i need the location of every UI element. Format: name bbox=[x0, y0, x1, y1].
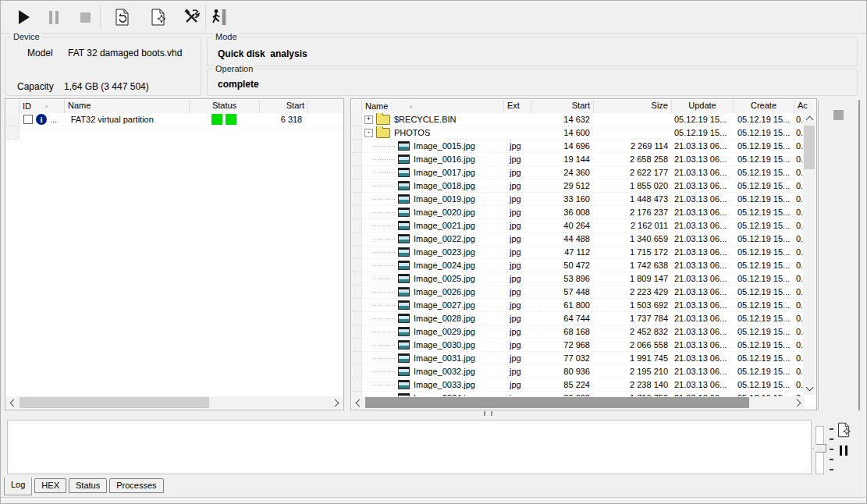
scroll-down-button[interactable] bbox=[803, 382, 815, 395]
row-selector[interactable] bbox=[352, 286, 362, 299]
file-row[interactable]: +$RECYCLE.BIN14 63205.12.19 15...05.12.1… bbox=[352, 113, 805, 126]
start-button[interactable] bbox=[13, 6, 35, 28]
file-row[interactable]: Image_0022.jpgjpg44 4881 340 65921.03.13… bbox=[352, 232, 805, 246]
file-row[interactable]: Image_0024.jpgjpg50 4721 742 63821.03.13… bbox=[352, 259, 805, 272]
file-row[interactable]: -PHOTOS14 60005.12.19 15...05.12.19 15..… bbox=[352, 126, 805, 140]
file-name-cell: Image_0033.jpg bbox=[362, 378, 504, 392]
row-selector[interactable] bbox=[6, 126, 20, 140]
row-selector[interactable] bbox=[352, 179, 362, 193]
tree-connector-line bbox=[373, 279, 396, 279]
partition-row[interactable]: i...FAT32 virtual partition6 318 bbox=[6, 113, 343, 126]
row-selector[interactable] bbox=[352, 312, 362, 325]
row-selector[interactable] bbox=[352, 325, 362, 339]
file-row[interactable]: Image_0015.jpgjpg14 6962 269 11421.03.13… bbox=[352, 140, 805, 153]
log-pause-button[interactable] bbox=[838, 445, 849, 457]
file-row[interactable]: Image_0021.jpgjpg40 2642 162 01121.03.13… bbox=[352, 219, 805, 232]
row-selector[interactable] bbox=[352, 299, 362, 312]
scrollbar-thumb[interactable] bbox=[365, 397, 749, 408]
column-header-start[interactable]: Start bbox=[260, 100, 308, 113]
row-selector[interactable] bbox=[352, 259, 362, 272]
new-scan-button[interactable] bbox=[147, 6, 169, 28]
rescan-document-button[interactable] bbox=[112, 6, 133, 28]
tree-expander[interactable]: - bbox=[364, 129, 373, 137]
file-row[interactable]: Image_0028.jpgjpg64 7441 737 78421.03.13… bbox=[352, 312, 805, 325]
row-selector[interactable] bbox=[6, 113, 20, 126]
file-row[interactable]: Image_0030.jpgjpg72 9682 066 55821.03.13… bbox=[352, 339, 805, 352]
row-selector[interactable] bbox=[352, 232, 362, 246]
tree-expander[interactable]: + bbox=[364, 115, 373, 124]
log-output[interactable] bbox=[7, 420, 812, 474]
splitter-grip[interactable] bbox=[484, 411, 492, 416]
file-size: 1 742 638 bbox=[594, 259, 672, 272]
file-row[interactable]: Image_0029.jpgjpg68 1682 452 83221.03.13… bbox=[352, 325, 805, 339]
row-selector[interactable] bbox=[352, 219, 362, 232]
column-header-status[interactable]: Status bbox=[190, 100, 260, 113]
row-selector[interactable] bbox=[352, 113, 362, 126]
exit-button[interactable] bbox=[208, 6, 230, 28]
row-selector[interactable] bbox=[352, 153, 362, 166]
file-row[interactable]: Image_0020.jpgjpg36 0082 176 23721.03.13… bbox=[352, 206, 805, 219]
row-selector[interactable] bbox=[352, 126, 362, 140]
row-selector[interactable] bbox=[352, 140, 362, 153]
column-header-access[interactable]: Ac bbox=[794, 100, 815, 113]
file-row[interactable]: Image_0025.jpgjpg53 8961 809 14721.03.13… bbox=[352, 272, 805, 286]
tools-button[interactable] bbox=[181, 6, 203, 28]
row-selector[interactable] bbox=[352, 378, 362, 392]
file-row[interactable]: Image_0027.jpgjpg61 8001 503 69221.03.13… bbox=[352, 299, 805, 312]
tab-log[interactable]: Log bbox=[4, 477, 32, 495]
stop-button[interactable] bbox=[74, 6, 96, 28]
column-header-id[interactable]: ID▲ bbox=[20, 100, 65, 113]
row-selector[interactable] bbox=[352, 193, 362, 206]
file-name-label: Image_0015.jpg bbox=[414, 140, 475, 152]
partition-hscrollbar[interactable] bbox=[6, 396, 343, 409]
row-selector[interactable] bbox=[352, 206, 362, 219]
tab-hex[interactable]: HEX bbox=[34, 478, 66, 493]
file-row[interactable]: Image_0023.jpgjpg47 1121 715 17221.03.13… bbox=[352, 246, 805, 259]
file-row[interactable]: Image_0032.jpgjpg80 9362 195 21021.03.13… bbox=[352, 365, 805, 378]
column-header-create[interactable]: Create bbox=[734, 100, 794, 113]
file-row[interactable]: Image_0019.jpgjpg33 1601 448 47321.03.13… bbox=[352, 193, 805, 206]
file-row[interactable]: Image_0017.jpgjpg24 3602 622 17721.03.13… bbox=[352, 166, 805, 179]
file-update: 21.03.13 06... bbox=[672, 153, 734, 166]
file-start: 57 448 bbox=[531, 286, 594, 299]
scrollbar-thumb[interactable] bbox=[20, 397, 209, 408]
row-selector[interactable] bbox=[352, 339, 362, 352]
files-hscrollbar[interactable] bbox=[352, 396, 805, 409]
chevron-right-icon bbox=[794, 399, 801, 406]
partition-checkbox[interactable] bbox=[23, 115, 33, 124]
file-row[interactable]: Image_0026.jpgjpg57 4482 223 42921.03.13… bbox=[352, 286, 805, 299]
log-settings-button[interactable] bbox=[836, 421, 852, 440]
row-selector[interactable] bbox=[352, 365, 362, 378]
row-selector[interactable] bbox=[352, 166, 362, 179]
file-update: 21.03.13 06... bbox=[672, 312, 734, 325]
scroll-right-button[interactable] bbox=[330, 396, 343, 409]
scroll-left-button[interactable] bbox=[6, 396, 19, 409]
file-size: 1 809 147 bbox=[594, 272, 672, 286]
row-selector[interactable] bbox=[352, 246, 362, 259]
scroll-right-button[interactable] bbox=[792, 396, 805, 409]
scroll-up-button[interactable] bbox=[803, 112, 815, 125]
column-header-ext[interactable]: Ext bbox=[504, 100, 531, 113]
files-vscrollbar[interactable] bbox=[803, 112, 815, 395]
scroll-left-button[interactable] bbox=[352, 396, 364, 409]
tab-status[interactable]: Status bbox=[69, 478, 107, 493]
row-selector[interactable] bbox=[352, 352, 362, 365]
file-row[interactable]: Image_0031.jpgjpg77 0321 991 74521.03.13… bbox=[352, 352, 805, 365]
file-row[interactable]: Image_0016.jpgjpg19 1442 658 25821.03.13… bbox=[352, 153, 805, 166]
column-header-size[interactable]: Size bbox=[594, 100, 672, 113]
file-create: 05.12.19 15... bbox=[734, 179, 794, 193]
side-panel-square[interactable] bbox=[833, 110, 844, 120]
tab-processes[interactable]: Processes bbox=[109, 478, 163, 493]
column-header-name[interactable]: Name bbox=[65, 100, 190, 113]
column-header-name[interactable]: Name▲ bbox=[362, 100, 504, 113]
tree-connector-line bbox=[373, 186, 396, 186]
row-selector[interactable] bbox=[352, 272, 362, 286]
pause-button[interactable] bbox=[43, 6, 65, 28]
column-header-start[interactable]: Start bbox=[531, 100, 594, 113]
column-header-update[interactable]: Update bbox=[672, 100, 734, 113]
scrollbar-thumb[interactable] bbox=[804, 126, 815, 169]
file-row[interactable]: Image_0018.jpgjpg29 5121 855 02021.03.13… bbox=[352, 179, 805, 193]
tree-connector-line bbox=[373, 345, 396, 346]
file-row[interactable]: Image_0033.jpgjpg85 2242 238 14021.03.13… bbox=[352, 378, 805, 392]
file-create: 05.12.19 15... bbox=[734, 286, 794, 299]
